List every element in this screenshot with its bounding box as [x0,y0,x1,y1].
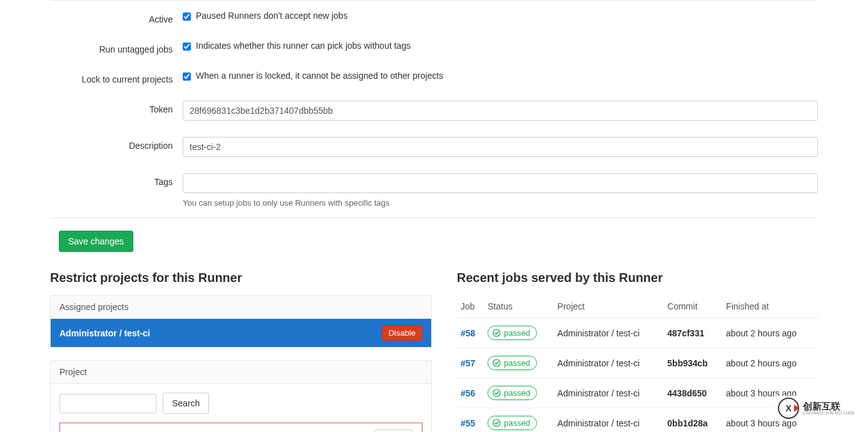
project-search-panel: Project Search Administrator / test2 Ena… [50,360,432,432]
col-finished: Finished at [722,295,818,318]
job-link[interactable]: #55 [461,418,475,428]
job-commit[interactable]: 5bb934cb [667,358,708,368]
label-tags: Tags [50,173,183,187]
row-locked: Lock to current projects When a runner i… [50,71,818,84]
col-project: Project [554,295,664,318]
job-link[interactable]: #56 [461,388,475,398]
assigned-project-row: Administrator / test-ci Disable [51,319,431,347]
status-badge[interactable]: passed [488,326,537,340]
project-search-input[interactable] [59,394,156,413]
col-commit: Commit [663,295,722,318]
job-commit[interactable]: 0bb1d28a [667,418,708,428]
checkbox-untagged[interactable] [183,43,191,51]
label-untagged: Run untagged jobs [50,41,183,54]
enable-button[interactable]: Enable [374,429,413,432]
row-untagged: Run untagged jobs Indicates whether this… [50,41,818,54]
top-separator [50,0,818,1]
save-button[interactable]: Save changes [59,231,133,252]
jobs-table: Job Status Project Commit Finished at #5… [457,295,818,432]
table-row: #56passedAdministrator / test-ci4438d650… [457,378,818,408]
table-row: #55passedAdministrator / test-ci0bb1d28a… [457,408,818,433]
job-link[interactable]: #58 [461,328,475,338]
check-circle-icon [493,329,501,337]
form-divider [50,218,818,218]
label-description: Description [50,137,183,151]
job-commit[interactable]: 487cf331 [667,328,704,338]
job-link[interactable]: #57 [461,358,475,368]
restrict-title: Restrict projects for this Runner [50,271,432,285]
status-text: passed [504,328,530,338]
assigned-project-name: Administrator / test-ci [59,328,150,338]
job-commit[interactable]: 4438d650 [667,388,707,398]
project-header: Project [51,361,431,384]
row-description: Description [50,137,818,157]
check-circle-icon [493,359,501,367]
job-finished: about 3 hours ago [722,408,818,433]
job-finished: about 2 hours ago [722,318,818,348]
tags-helper: You can setup jobs to only use Runners w… [183,198,818,208]
row-token: Token [50,101,818,121]
jobs-title: Recent jobs served by this Runner [457,271,818,285]
col-status: Status [484,295,553,318]
desc-locked: When a runner is locked, it cannot be as… [196,71,443,81]
description-input[interactable] [183,137,818,157]
row-active: Active Paused Runners don't accept new j… [50,11,818,24]
check-circle-icon [493,389,501,397]
status-badge[interactable]: passed [488,416,537,430]
assigned-projects-header: Assigned projects [51,296,431,319]
candidate-project-row: Administrator / test2 Enable [59,423,422,432]
checkbox-active[interactable] [183,13,191,21]
status-text: passed [504,388,530,398]
search-button[interactable]: Search [163,393,209,414]
desc-active: Paused Runners don't accept new jobs [196,11,347,21]
token-input[interactable] [183,101,818,121]
label-token: Token [50,101,183,114]
desc-untagged: Indicates whether this runner can pick j… [196,41,411,51]
col-job: Job [457,295,484,318]
job-project: Administrator / test-ci [554,348,664,378]
tags-input[interactable] [183,173,818,193]
status-badge[interactable]: passed [488,386,537,400]
job-project: Administrator / test-ci [554,378,664,408]
status-badge[interactable]: passed [488,356,537,370]
table-row: #58passedAdministrator / test-ci487cf331… [457,318,818,348]
status-text: passed [504,358,530,368]
label-locked: Lock to current projects [50,71,183,84]
job-project: Administrator / test-ci [554,408,664,433]
job-finished: about 3 hours ago [722,378,818,408]
checkbox-locked[interactable] [183,73,191,81]
check-circle-icon [493,419,501,427]
table-row: #57passedAdministrator / test-ci5bb934cb… [457,348,818,378]
job-finished: about 2 hours ago [722,348,818,378]
status-text: passed [504,418,530,428]
job-project: Administrator / test-ci [554,318,664,348]
row-tags: Tags You can setup jobs to only use Runn… [50,173,818,208]
disable-button[interactable]: Disable [382,325,422,341]
label-active: Active [50,11,183,24]
assigned-projects-panel: Assigned projects Administrator / test-c… [50,295,432,348]
